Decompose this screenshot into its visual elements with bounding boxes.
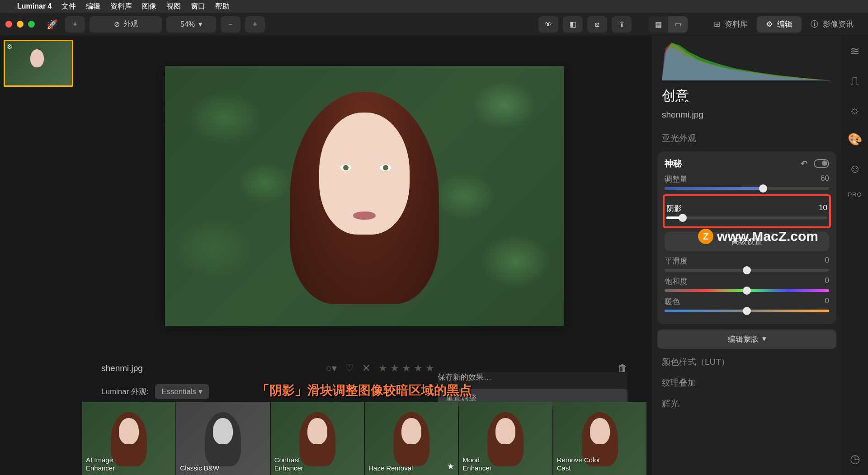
look-classic-bw[interactable]: Classic B&W [176,402,269,475]
look-contrast-enhancer[interactable]: Contrast Enhancer [271,402,364,475]
zoom-dropdown[interactable]: 54% ▾ [166,16,216,33]
star-rating[interactable]: ★ ★ ★ ★ ★ [378,362,434,374]
traffic-lights [5,21,35,28]
creative-icon[interactable]: 🎨 [848,132,862,146]
appearance-label: 外观 [123,19,138,29]
look-haze-removal[interactable]: Haze Removal★ [365,402,458,475]
filmstrip: ⚙ [0,36,77,475]
shadow-slider-row: 阴影10 [666,203,827,219]
shadow-label: 阴影 [666,203,682,214]
main-nav-tabs: ⊞资料库 ⚙编辑 ⓘ影像资讯 [705,16,863,33]
reject-x-icon[interactable]: ✕ [362,362,370,374]
library-icon: ⊞ [714,19,720,29]
menu-edit[interactable]: 编辑 [86,2,100,11]
section-texture[interactable]: 纹理叠加 [652,372,842,393]
filename-label: shenmi.jpg [101,363,143,373]
watermark: Z www.MacZ.com [698,229,818,244]
tip-overlay: 「阴影」滑块调整图像较暗区域的黑点 [257,382,472,399]
warmth-value: 0 [825,296,829,307]
watermark-text: www.MacZ.com [717,229,818,244]
chevron-down-icon: ▾ [198,20,202,28]
grid-view-button[interactable]: ▦ [649,16,668,33]
look-ai-image-enhancer[interactable]: AI Image Enhancer [82,402,175,475]
saturation-label: 饱和度 [665,276,688,287]
appearance-dropdown[interactable]: ⊘ 外观 [90,16,162,33]
menu-library[interactable]: 资料库 [110,2,132,11]
shadow-highlight-box: 阴影10 [663,194,831,228]
histogram[interactable] [662,39,832,80]
window-toolbar: 🚀 ＋ ⊘ 外观 54% ▾ − ＋ 👁 ◧ ⟏ ⇪ ▦ ▭ ⊞资料库 ⚙编辑 … [0,13,868,36]
color-flag-picker[interactable]: ○▾ [326,362,337,374]
menu-help[interactable]: 帮助 [215,2,230,11]
looks-label: Luminar 外观: [101,386,149,397]
zoom-out-button[interactable]: − [221,16,241,33]
chevron-down-icon: ▾ [762,334,766,344]
zoom-in-button[interactable]: ＋ [245,16,265,33]
app-name[interactable]: Luminar 4 [17,2,52,10]
view-mode-group: ▦ ▭ [649,16,688,33]
looks-strip: 「阴影」滑块调整图像较暗区域的黑点 AI Image Enhancer Clas… [81,402,647,475]
shadow-value: 10 [819,203,827,214]
tab-library[interactable]: ⊞资料库 [705,16,757,33]
venn-icon: ⊘ [114,20,120,28]
sliders-icon: ⚙ [766,19,773,29]
mac-menubar: Luminar 4 文件 编辑 资料库 图像 视图 窗口 帮助 [0,0,868,13]
section-matte-look[interactable]: 亚光外观 [652,128,842,149]
chevron-down-icon: ▾ [198,387,203,396]
amount-slider[interactable] [665,187,829,190]
card-toggle[interactable] [814,159,829,168]
save-look-button[interactable]: 保存新的效果… [438,372,627,382]
look-mood-enhancer[interactable]: Mood Enhancer [459,402,552,475]
crop-button[interactable]: ⟏ [587,16,607,33]
smooth-slider[interactable] [665,269,829,272]
favorite-heart-icon[interactable]: ♡ [345,362,354,374]
center-area: shenmi.jpg ○▾ ♡ ✕ ★ ★ ★ ★ ★ 🗑 Luminar 外观… [77,36,652,475]
looks-category-dropdown[interactable]: Essentials ▾ [155,384,209,399]
layers-icon[interactable]: ≋ [850,44,860,58]
portrait-icon[interactable]: ☺ [849,162,861,176]
card-title: 神秘 [665,158,682,169]
tab-edit[interactable]: ⚙编辑 [757,16,802,33]
rocket-icon[interactable]: 🚀 [47,19,58,30]
menu-file[interactable]: 文件 [61,2,76,11]
adjustments-icon: ⚙ [7,43,13,50]
amount-slider-row: 调整量60 [665,174,829,190]
image-canvas[interactable] [165,66,564,326]
minimize-window-icon[interactable] [17,21,24,28]
single-view-button[interactable]: ▭ [668,16,688,33]
undo-icon[interactable]: ↶ [801,159,807,169]
star-icon: ★ [447,461,454,471]
essentials-icon[interactable]: ☼ [849,103,860,117]
menu-window[interactable]: 窗口 [191,2,205,11]
panel-title: 创意 [652,85,842,107]
edit-mask-button[interactable]: 编辑蒙版▾ [657,329,836,349]
tab-info[interactable]: ⓘ影像资讯 [802,16,863,33]
menu-view[interactable]: 视图 [166,2,181,11]
edit-panel: 创意 shenmi.jpg 亚光外观 神秘 ↶ 调整量60 阴影10 [652,36,842,475]
info-icon: ⓘ [811,19,818,29]
watermark-z-icon: Z [698,229,713,244]
panel-filename: shenmi.jpg [652,107,842,128]
compare-button[interactable]: ◧ [563,16,583,33]
history-clock-icon[interactable]: ◷ [850,452,860,466]
close-window-icon[interactable] [5,21,12,28]
warmth-slider[interactable] [665,310,829,312]
canvas-icon[interactable]: ⎍ [851,74,859,88]
menu-image[interactable]: 图像 [142,2,156,11]
section-glow[interactable]: 辉光 [652,393,842,414]
share-button[interactable]: ⇪ [612,16,632,33]
zoom-value: 54% [180,20,195,28]
section-lut[interactable]: 颜色样式（LUT） [652,352,842,372]
tool-rail: ≋ ⎍ ☼ 🎨 ☺ PRO ◷ [842,36,868,475]
preview-eye-button[interactable]: 👁 [538,16,558,33]
add-button[interactable]: ＋ [65,16,85,33]
smooth-value: 0 [825,256,829,266]
shadow-slider[interactable] [666,216,827,219]
fullscreen-window-icon[interactable] [28,21,35,28]
saturation-slider[interactable] [665,289,829,292]
look-remove-color-cast[interactable]: Remove Color Cast [553,402,646,475]
pro-icon[interactable]: PRO [848,191,862,198]
filmstrip-thumb[interactable]: ⚙ [4,40,73,87]
amount-label: 调整量 [665,174,688,184]
amount-value: 60 [821,174,829,184]
